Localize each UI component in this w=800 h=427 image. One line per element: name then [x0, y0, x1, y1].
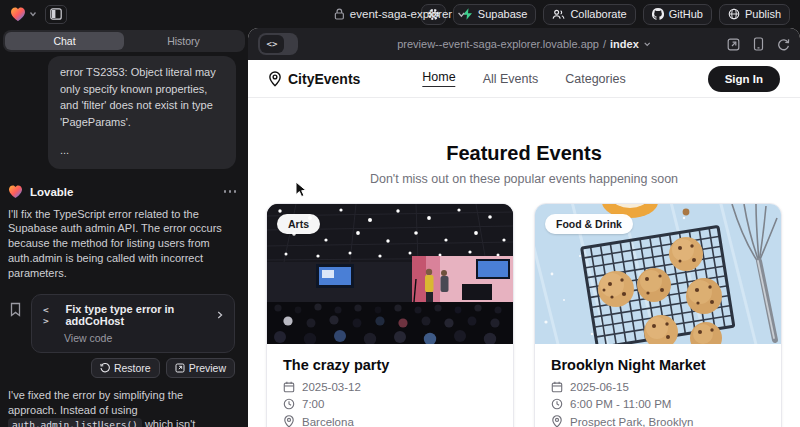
code-view-toggle[interactable]: <> — [258, 33, 298, 55]
restore-icon — [100, 363, 110, 373]
event-location: Barcelona — [302, 416, 354, 427]
refresh-icon[interactable] — [777, 38, 790, 51]
mobile-view-icon[interactable] — [753, 37, 764, 51]
restore-label: Restore — [114, 362, 151, 374]
lovable-heart-icon — [8, 185, 23, 199]
event-cards: Arts The crazy party 2025-03-12 — [248, 203, 800, 427]
bookmark-icon[interactable] — [9, 302, 22, 317]
event-title: Brooklyn Night Market — [551, 357, 765, 373]
chevron-down-icon — [643, 40, 651, 48]
sidebar-panel-icon — [50, 8, 62, 20]
event-location: Prospect Park, Brooklyn — [570, 416, 693, 427]
code-brackets-icon: < > — [43, 304, 57, 326]
message-more-menu[interactable] — [224, 190, 237, 193]
event-date-row: 2025-03-12 — [283, 381, 497, 393]
event-date-row: 2025-06-15 — [551, 381, 765, 393]
publish-button[interactable]: Publish — [719, 4, 790, 25]
github-icon — [652, 8, 664, 20]
tab-history[interactable]: History — [124, 32, 243, 50]
lovable-heart-icon — [10, 7, 26, 22]
preview-button[interactable]: Preview — [166, 358, 235, 378]
collaborate-button[interactable]: Collaborate — [543, 4, 635, 25]
assistant-name: Lovable — [30, 186, 73, 198]
preview-chrome-bar: <> preview--event-saga-explorer.lovable.… — [248, 28, 800, 60]
preview-url-separator: / — [603, 38, 606, 50]
site-header: CityEvents Home All Events Categories Si… — [248, 60, 800, 98]
event-date: 2025-03-12 — [302, 381, 361, 393]
brand-name: CityEvents — [288, 71, 360, 87]
restore-button[interactable]: Restore — [91, 358, 160, 378]
event-title: The crazy party — [283, 357, 497, 373]
assistant-message-intro: I'll fix the TypeScript error related to… — [8, 207, 235, 281]
clock-icon — [283, 398, 295, 410]
project-switcher[interactable]: event-saga-explorer — [334, 8, 466, 20]
result-text-1: I've fixed the error by simplifying the … — [8, 389, 183, 416]
view-code-link[interactable]: View code — [64, 332, 223, 344]
event-time: 6:00 PM - 11:00 PM — [570, 398, 671, 410]
code-change-title: Fix type type error in addCoHost — [65, 303, 209, 327]
featured-events-subtitle: Don't miss out on these popular events h… — [248, 172, 800, 186]
lovable-logo-menu[interactable] — [10, 7, 37, 22]
preview-label: Preview — [189, 362, 226, 374]
github-button[interactable]: GitHub — [643, 4, 712, 25]
assistant-message-result: I've fixed the error by simplifying the … — [8, 388, 235, 427]
user-message-ellipsis: ... — [60, 142, 224, 159]
chevron-down-icon — [29, 10, 37, 18]
nav-home[interactable]: Home — [422, 70, 455, 87]
tab-chat[interactable]: Chat — [5, 32, 124, 50]
map-pin-icon — [283, 415, 295, 427]
user-message-bubble: error TS2353: Object literal may only sp… — [48, 56, 236, 169]
sidebar-tabs: Chat History — [3, 30, 245, 52]
preview-url[interactable]: preview--event-saga-explorer.lovable.app… — [397, 38, 651, 50]
assistant-header: Lovable — [8, 185, 236, 199]
nav-categories[interactable]: Categories — [565, 72, 625, 86]
featured-events-title: Featured Events — [248, 142, 800, 165]
event-time-row: 6:00 PM - 11:00 PM — [551, 398, 765, 410]
map-pin-icon — [268, 71, 282, 87]
event-image-conference: Arts — [267, 204, 513, 344]
toggle-sidebar-button[interactable] — [45, 5, 67, 24]
event-date: 2025-06-15 — [570, 381, 629, 393]
preview-window: <> preview--event-saga-explorer.lovable.… — [248, 28, 800, 427]
open-in-new-tab-icon[interactable] — [727, 38, 740, 51]
event-time-row: 7:00 — [283, 398, 497, 410]
calendar-icon — [283, 381, 295, 393]
github-label: GitHub — [669, 8, 703, 20]
category-badge: Food & Drink — [545, 214, 633, 234]
publish-label: Publish — [745, 8, 781, 20]
event-image-cookies: Food & Drink — [535, 204, 781, 344]
calendar-icon — [551, 381, 563, 393]
signin-button[interactable]: Sign In — [708, 66, 780, 92]
globe-icon — [728, 8, 740, 20]
collaborate-people-icon — [552, 9, 565, 20]
event-location-row: Prospect Park, Brooklyn — [551, 415, 765, 427]
site-content: CityEvents Home All Events Categories Si… — [248, 60, 800, 427]
chat-sidebar: Chat History error TS2353: Object litera… — [0, 28, 248, 427]
map-pin-icon — [551, 415, 563, 427]
site-brand[interactable]: CityEvents — [268, 71, 360, 87]
code-toggle-handle — [284, 35, 296, 53]
code-toggle-icon: <> — [260, 35, 284, 53]
project-name: event-saga-explorer — [350, 8, 452, 20]
nav-all-events[interactable]: All Events — [483, 72, 539, 86]
app-topbar: event-saga-explorer Supabase Collaborate — [0, 0, 800, 28]
category-badge: Arts — [277, 214, 320, 234]
event-location-row: Barcelona — [283, 415, 497, 427]
open-preview-icon — [175, 363, 185, 373]
preview-url-page: index — [610, 38, 639, 50]
code-change-card[interactable]: < > Fix type type error in addCoHost Vie… — [31, 294, 235, 353]
lock-icon — [334, 8, 345, 20]
event-card[interactable]: Food & Drink Brooklyn Night Market 2025-… — [534, 203, 782, 427]
chevron-right-icon — [217, 310, 223, 320]
user-message-text: error TS2353: Object literal may only sp… — [60, 64, 224, 130]
event-time: 7:00 — [302, 398, 324, 410]
preview-url-host: preview--event-saga-explorer.lovable.app — [397, 38, 599, 50]
event-card[interactable]: Arts The crazy party 2025-03-12 — [266, 203, 514, 427]
supabase-label: Supabase — [478, 8, 528, 20]
chevron-down-icon — [457, 10, 466, 19]
clock-icon — [551, 398, 563, 410]
site-nav: Home All Events Categories — [422, 70, 625, 87]
collaborate-label: Collaborate — [570, 8, 626, 20]
inline-code-listusers: auth.admin.listUsers() — [8, 418, 142, 427]
